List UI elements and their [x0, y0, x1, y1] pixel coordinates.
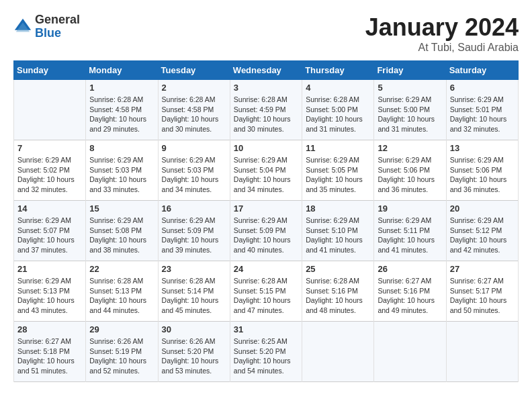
calendar-cell: 20Sunrise: 6:29 AMSunset: 5:12 PMDayligh…	[446, 201, 518, 261]
calendar-cell: 26Sunrise: 6:27 AMSunset: 5:16 PMDayligh…	[374, 261, 446, 322]
cell-info: Sunrise: 6:29 AMSunset: 5:07 PMDaylight:…	[17, 216, 82, 255]
calendar-cell	[374, 322, 446, 382]
day-number: 4	[306, 83, 370, 93]
logo-text: General Blue	[35, 13, 80, 40]
calendar-cell: 5Sunrise: 6:29 AMSunset: 5:00 PMDaylight…	[374, 80, 446, 140]
day-number: 30	[162, 324, 226, 334]
calendar-cell: 2Sunrise: 6:28 AMSunset: 4:58 PMDaylight…	[158, 80, 230, 140]
day-number: 24	[234, 264, 298, 274]
cell-info: Sunrise: 6:27 AMSunset: 5:18 PMDaylight:…	[17, 336, 82, 376]
calendar-cell: 7Sunrise: 6:29 AMSunset: 5:02 PMDaylight…	[14, 140, 86, 201]
day-number: 16	[162, 203, 226, 214]
cell-info: Sunrise: 6:29 AMSunset: 5:03 PMDaylight:…	[162, 155, 226, 195]
cell-info: Sunrise: 6:29 AMSunset: 5:11 PMDaylight:…	[378, 216, 442, 255]
calendar-cell: 13Sunrise: 6:29 AMSunset: 5:06 PMDayligh…	[446, 140, 518, 201]
calendar-cell: 4Sunrise: 6:28 AMSunset: 5:00 PMDaylight…	[302, 80, 374, 140]
calendar-cell: 8Sunrise: 6:29 AMSunset: 5:03 PMDaylight…	[86, 140, 158, 201]
day-number: 26	[378, 264, 442, 274]
cell-info: Sunrise: 6:29 AMSunset: 5:00 PMDaylight:…	[378, 95, 442, 134]
day-number: 11	[306, 143, 370, 153]
calendar-cell: 16Sunrise: 6:29 AMSunset: 5:09 PMDayligh…	[158, 201, 230, 261]
cell-info: Sunrise: 6:28 AMSunset: 5:15 PMDaylight:…	[234, 276, 298, 316]
cell-info: Sunrise: 6:29 AMSunset: 5:05 PMDaylight:…	[306, 155, 370, 195]
logo-general: General	[35, 13, 80, 26]
title-block: January 2024 At Tubi, Saudi Arabia	[365, 13, 519, 54]
header-day-thursday: Thursday	[302, 61, 374, 80]
day-number: 21	[17, 264, 82, 274]
day-number: 3	[234, 83, 298, 93]
week-row-2: 7Sunrise: 6:29 AMSunset: 5:02 PMDaylight…	[14, 140, 519, 201]
calendar-cell: 23Sunrise: 6:28 AMSunset: 5:14 PMDayligh…	[158, 261, 230, 322]
cell-info: Sunrise: 6:28 AMSunset: 4:58 PMDaylight:…	[162, 95, 226, 134]
cell-info: Sunrise: 6:28 AMSunset: 5:13 PMDaylight:…	[89, 276, 154, 316]
cell-info: Sunrise: 6:29 AMSunset: 5:13 PMDaylight:…	[17, 276, 82, 316]
calendar-cell	[446, 322, 518, 382]
calendar-cell	[14, 80, 86, 140]
day-number: 23	[162, 264, 226, 274]
day-number: 27	[450, 264, 515, 274]
header-day-monday: Monday	[86, 61, 158, 80]
day-number: 28	[17, 324, 82, 334]
cell-info: Sunrise: 6:29 AMSunset: 5:01 PMDaylight:…	[450, 95, 515, 134]
calendar-cell: 12Sunrise: 6:29 AMSunset: 5:06 PMDayligh…	[374, 140, 446, 201]
calendar-cell: 3Sunrise: 6:28 AMSunset: 4:59 PMDaylight…	[230, 80, 302, 140]
day-number: 29	[89, 324, 154, 334]
calendar-cell: 11Sunrise: 6:29 AMSunset: 5:05 PMDayligh…	[302, 140, 374, 201]
day-number: 22	[89, 264, 154, 274]
calendar-table: SundayMondayTuesdayWednesdayThursdayFrid…	[13, 60, 519, 382]
day-number: 2	[162, 83, 226, 93]
cell-info: Sunrise: 6:29 AMSunset: 5:06 PMDaylight:…	[450, 155, 515, 195]
calendar-cell: 24Sunrise: 6:28 AMSunset: 5:15 PMDayligh…	[230, 261, 302, 322]
calendar-cell: 27Sunrise: 6:27 AMSunset: 5:17 PMDayligh…	[446, 261, 518, 322]
cell-info: Sunrise: 6:29 AMSunset: 5:03 PMDaylight:…	[89, 155, 154, 195]
header-day-sunday: Sunday	[14, 61, 86, 80]
calendar-cell: 1Sunrise: 6:28 AMSunset: 4:58 PMDaylight…	[86, 80, 158, 140]
cell-info: Sunrise: 6:29 AMSunset: 5:04 PMDaylight:…	[234, 155, 298, 195]
day-number: 12	[378, 143, 442, 153]
cell-info: Sunrise: 6:28 AMSunset: 4:59 PMDaylight:…	[234, 95, 298, 134]
calendar-cell	[302, 322, 374, 382]
calendar-cell: 30Sunrise: 6:26 AMSunset: 5:20 PMDayligh…	[158, 322, 230, 382]
day-number: 20	[450, 203, 515, 214]
day-number: 15	[89, 203, 154, 214]
day-number: 17	[234, 203, 298, 214]
day-number: 13	[450, 143, 515, 153]
header-day-saturday: Saturday	[446, 61, 518, 80]
page-header: General Blue January 2024 At Tubi, Saudi…	[13, 13, 519, 54]
month-title: January 2024	[365, 13, 519, 42]
calendar-cell: 15Sunrise: 6:29 AMSunset: 5:08 PMDayligh…	[86, 201, 158, 261]
calendar-cell: 21Sunrise: 6:29 AMSunset: 5:13 PMDayligh…	[14, 261, 86, 322]
week-row-4: 21Sunrise: 6:29 AMSunset: 5:13 PMDayligh…	[14, 261, 519, 322]
day-number: 9	[162, 143, 226, 153]
calendar-cell: 9Sunrise: 6:29 AMSunset: 5:03 PMDaylight…	[158, 140, 230, 201]
calendar-cell: 28Sunrise: 6:27 AMSunset: 5:18 PMDayligh…	[14, 322, 86, 382]
day-number: 25	[306, 264, 370, 274]
calendar-cell: 18Sunrise: 6:29 AMSunset: 5:10 PMDayligh…	[302, 201, 374, 261]
day-number: 18	[306, 203, 370, 214]
calendar-cell: 6Sunrise: 6:29 AMSunset: 5:01 PMDaylight…	[446, 80, 518, 140]
calendar-cell: 29Sunrise: 6:26 AMSunset: 5:19 PMDayligh…	[86, 322, 158, 382]
day-number: 31	[234, 324, 298, 334]
calendar-cell: 19Sunrise: 6:29 AMSunset: 5:11 PMDayligh…	[374, 201, 446, 261]
calendar-cell: 25Sunrise: 6:28 AMSunset: 5:16 PMDayligh…	[302, 261, 374, 322]
cell-info: Sunrise: 6:29 AMSunset: 5:12 PMDaylight:…	[450, 216, 515, 255]
cell-info: Sunrise: 6:28 AMSunset: 5:16 PMDaylight:…	[306, 276, 370, 316]
day-number: 5	[378, 83, 442, 93]
day-number: 1	[89, 83, 154, 93]
cell-info: Sunrise: 6:28 AMSunset: 4:58 PMDaylight:…	[89, 95, 154, 134]
cell-info: Sunrise: 6:29 AMSunset: 5:09 PMDaylight:…	[162, 216, 226, 255]
cell-info: Sunrise: 6:29 AMSunset: 5:09 PMDaylight:…	[234, 216, 298, 255]
calendar-header-row: SundayMondayTuesdayWednesdayThursdayFrid…	[14, 61, 519, 80]
day-number: 6	[450, 83, 515, 93]
cell-info: Sunrise: 6:27 AMSunset: 5:17 PMDaylight:…	[450, 276, 515, 316]
logo-icon	[13, 17, 32, 36]
cell-info: Sunrise: 6:29 AMSunset: 5:06 PMDaylight:…	[378, 155, 442, 195]
calendar-cell: 14Sunrise: 6:29 AMSunset: 5:07 PMDayligh…	[14, 201, 86, 261]
day-number: 7	[17, 143, 82, 153]
week-row-5: 28Sunrise: 6:27 AMSunset: 5:18 PMDayligh…	[14, 322, 519, 382]
header-day-friday: Friday	[374, 61, 446, 80]
calendar-cell: 17Sunrise: 6:29 AMSunset: 5:09 PMDayligh…	[230, 201, 302, 261]
calendar-cell: 22Sunrise: 6:28 AMSunset: 5:13 PMDayligh…	[86, 261, 158, 322]
cell-info: Sunrise: 6:28 AMSunset: 5:14 PMDaylight:…	[162, 276, 226, 316]
header-day-wednesday: Wednesday	[230, 61, 302, 80]
